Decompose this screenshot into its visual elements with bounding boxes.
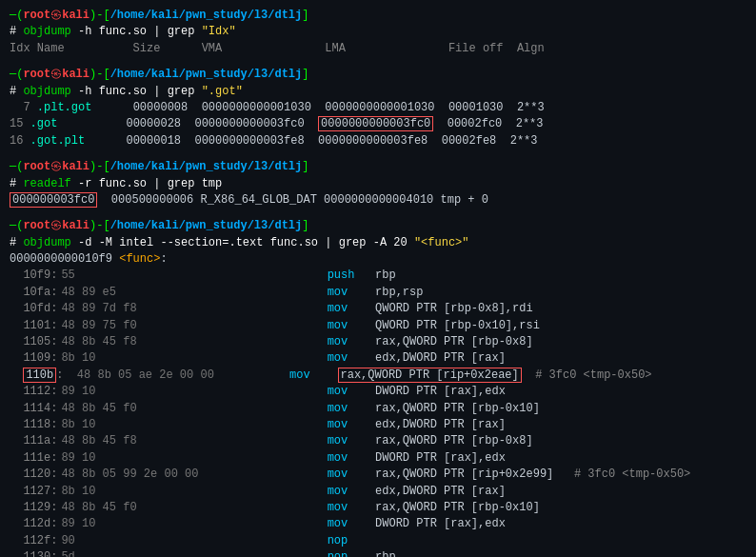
block3: ─(root㉿kali)-[/home/kali/pwn_study/l3/dt… bbox=[10, 159, 746, 209]
got-row-gotplt: 16 .got.plt 00000018 0000000000003fe8 00… bbox=[10, 133, 746, 149]
prompt-line-2: ─(root㉿kali)-[/home/kali/pwn_study/l3/dt… bbox=[10, 67, 746, 83]
block4: ─(root㉿kali)-[/home/kali/pwn_study/l3/dt… bbox=[10, 218, 746, 557]
cmd-line-3: # readelf -r func.so | grep tmp bbox=[10, 176, 746, 192]
asm-1114: 1114: 48 8b 45 f0 mov rax,QWORD PTR [rbp… bbox=[10, 401, 746, 417]
block1: ─(root㉿kali)-[/home/kali/pwn_study/l3/dt… bbox=[10, 8, 746, 57]
asm-110b-addr-highlight: 110b bbox=[23, 368, 56, 383]
reloc-row: 000000003fc0 000500000006 R_X86_64_GLOB_… bbox=[10, 192, 746, 209]
asm-10fd: 10fd: 48 89 7d f8 mov QWORD PTR [rbp-0x8… bbox=[10, 301, 746, 317]
cmd-line-1: # objdump -h func.so | grep "Idx" bbox=[10, 24, 746, 40]
asm-1130: 1130: 5d pop rbp bbox=[10, 549, 746, 557]
asm-112d: 112d: 89 10 mov DWORD PTR [rax],edx bbox=[10, 516, 746, 532]
asm-1105: 1105: 48 8b 45 f8 mov rax,QWORD PTR [rbp… bbox=[10, 334, 746, 350]
asm-112f: 112f: 90 nop bbox=[10, 533, 746, 549]
terminal: ─(root㉿kali)-[/home/kali/pwn_study/l3/dt… bbox=[0, 0, 756, 557]
cmd-line-4: # objdump -d -M intel --section=.text fu… bbox=[10, 235, 746, 251]
got-lma-highlight: 0000000000003fc0 bbox=[318, 116, 433, 131]
asm-111e: 111e: 89 10 mov DWORD PTR [rax],edx bbox=[10, 450, 746, 467]
got-row-got: 15 .got 00000028 0000000000003fc0 000000… bbox=[10, 116, 746, 132]
asm-110b-highlight: 110b: 48 8b 05 ae 2e 00 00 mov rax,QWORD… bbox=[10, 368, 746, 384]
cmd-line-2: # objdump -h func.so | grep ".got" bbox=[10, 84, 746, 100]
got-row-plt: 7 .plt.got 00000008 0000000000001030 000… bbox=[10, 100, 746, 116]
prompt-line-1: ─(root㉿kali)-[/home/kali/pwn_study/l3/dt… bbox=[10, 8, 746, 24]
asm-1120: 1120: 48 8b 05 99 2e 00 00 mov rax,QWORD… bbox=[10, 467, 746, 483]
reloc-addr-highlight: 000000003fc0 bbox=[10, 192, 97, 208]
table-header-1: Idx Name Size VMA LMA File off Algn bbox=[10, 41, 746, 57]
asm-10f9: 10f9: 55 push rbp bbox=[10, 268, 746, 284]
asm-1101: 1101: 48 89 75 f0 mov QWORD PTR [rbp-0x1… bbox=[10, 318, 746, 334]
asm-1127: 1127: 8b 10 mov edx,DWORD PTR [rax] bbox=[10, 484, 746, 500]
func-header: 0000000000010f9 <func>: bbox=[10, 251, 746, 268]
asm-10fa: 10fa: 48 89 e5 mov rbp,rsp bbox=[10, 285, 746, 301]
asm-1109: 1109: 8b 10 mov edx,DWORD PTR [rax] bbox=[10, 350, 746, 367]
asm-1129: 1129: 48 8b 45 f0 mov rax,QWORD PTR [rbp… bbox=[10, 500, 746, 516]
prompt-line-4: ─(root㉿kali)-[/home/kali/pwn_study/l3/dt… bbox=[10, 218, 746, 234]
prompt-line-3: ─(root㉿kali)-[/home/kali/pwn_study/l3/dt… bbox=[10, 159, 746, 175]
asm-1112: 1112: 89 10 mov DWORD PTR [rax],edx bbox=[10, 384, 746, 400]
asm-1118: 1118: 8b 10 mov edx,DWORD PTR [rax] bbox=[10, 417, 746, 433]
asm-111a: 111a: 48 8b 45 f8 mov rax,QWORD PTR [rbp… bbox=[10, 433, 746, 449]
asm-110b-ops-highlight: rax,QWORD PTR [rip+0x2eae] bbox=[338, 368, 522, 383]
block2: ─(root㉿kali)-[/home/kali/pwn_study/l3/dt… bbox=[10, 67, 746, 149]
